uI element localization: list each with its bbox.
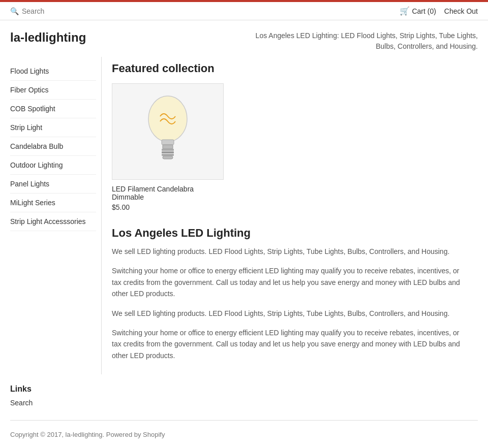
sidebar-item-strip-light[interactable]: Strip Light (10, 118, 96, 137)
sidebar-item-cob-spotlight[interactable]: COB Spotlight (10, 100, 96, 118)
search-icon: 🔍 (10, 7, 19, 15)
sidebar-item-candelabra-bulb[interactable]: Candelabra Bulb (10, 137, 96, 156)
search-input[interactable] (22, 7, 124, 15)
footer-links-title: Links (10, 385, 478, 394)
svg-rect-5 (162, 154, 174, 156)
cart-label: Cart (0) (412, 7, 436, 15)
header: 🔍 🛒 Cart (0) Check Out (0, 2, 488, 20)
featured-collection-title: Featured collection (112, 62, 468, 75)
sidebar-item-strip-light-accessories[interactable]: Strip Light Accesssories (10, 212, 96, 231)
cart-icon: 🛒 (400, 6, 410, 16)
sidebar-item-outdoor-lighting[interactable]: Outdoor Lighting (10, 156, 96, 175)
header-right: 🛒 Cart (0) Check Out (400, 6, 478, 16)
svg-rect-4 (162, 151, 174, 153)
footer-link-search[interactable]: Search (10, 399, 478, 407)
brand-name: la-ledlighting (10, 30, 86, 45)
section-para-1: We sell LED lighting products. LED Flood… (112, 246, 468, 257)
svg-rect-1 (162, 140, 174, 145)
svg-rect-3 (162, 149, 174, 151)
section-para-2: Switching your home or office to energy … (112, 265, 468, 299)
sidebar-item-fiber-optics[interactable]: Fiber Optics (10, 81, 96, 100)
section-title: Los Angeles LED Lighting (112, 227, 468, 240)
main-layout: Flood Lights Fiber Optics COB Spotlight … (0, 57, 488, 374)
sidebar: Flood Lights Fiber Optics COB Spotlight … (10, 57, 102, 374)
sidebar-item-flood-lights[interactable]: Flood Lights (10, 62, 96, 81)
sidebar-item-milight-series[interactable]: MiLight Series (10, 194, 96, 212)
footer-copyright: Copyright © 2017, la-ledlighting. Powere… (0, 426, 488, 448)
svg-point-0 (148, 96, 187, 142)
brand-tagline: Los Angeles LED Lighting: LED Flood Ligh… (249, 30, 478, 52)
product-image (112, 83, 224, 180)
cart-link[interactable]: 🛒 Cart (0) (400, 6, 436, 16)
section-para-3: We sell LED lighting products. LED Flood… (112, 308, 468, 319)
main-content: Featured collection (102, 57, 478, 374)
product-card[interactable]: LED Filament Candelabra Dimmable $5.00 (112, 83, 224, 211)
section-para-4: Switching your home or office to energy … (112, 327, 468, 361)
search-bar: 🔍 (10, 7, 400, 15)
product-name: LED Filament Candelabra Dimmable (112, 185, 224, 201)
svg-rect-6 (163, 156, 173, 159)
footer-links-section: Links Search (0, 374, 488, 415)
brand-header: la-ledlighting Los Angeles LED Lighting:… (0, 20, 488, 57)
svg-rect-2 (163, 145, 173, 149)
sidebar-item-panel-lights[interactable]: Panel Lights (10, 175, 96, 194)
checkout-link[interactable]: Check Out (444, 7, 478, 15)
footer-divider (10, 420, 478, 421)
product-image-svg (132, 88, 203, 175)
product-price: $5.00 (112, 203, 224, 211)
